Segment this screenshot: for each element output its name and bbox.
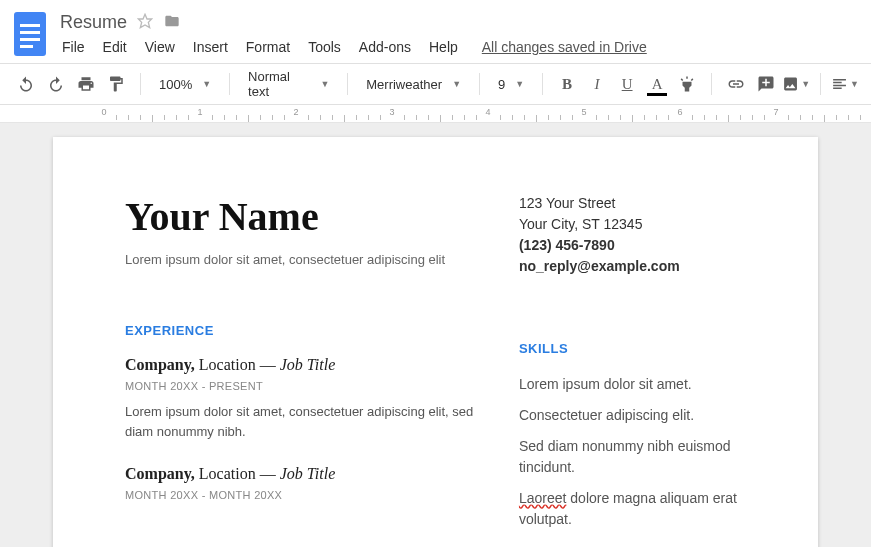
menu-format[interactable]: Format xyxy=(246,39,290,55)
experience-heading[interactable]: EXPERIENCE xyxy=(125,323,477,338)
align-button[interactable]: ▼ xyxy=(831,70,859,98)
svg-rect-1 xyxy=(20,24,40,27)
job-sep: — xyxy=(260,465,276,482)
ruler[interactable]: 01234567 xyxy=(0,105,871,123)
font-value: Merriweather xyxy=(366,77,442,92)
zoom-value: 100% xyxy=(159,77,192,92)
caret-down-icon: ▼ xyxy=(320,79,329,89)
title-area: Resume File Edit View Insert Format Tool… xyxy=(60,8,861,63)
left-column: Your Name Lorem ipsum dolor sit amet, co… xyxy=(125,193,477,540)
job-location: Location xyxy=(199,465,256,482)
document-title[interactable]: Resume xyxy=(60,12,127,33)
add-comment-button[interactable] xyxy=(752,70,780,98)
skill-item[interactable]: Laoreet dolore magna aliquam erat volutp… xyxy=(519,488,746,530)
separator xyxy=(711,73,712,95)
menu-file[interactable]: File xyxy=(62,39,85,55)
document-canvas: Your Name Lorem ipsum dolor sit amet, co… xyxy=(0,123,871,547)
job-role: Job Title xyxy=(280,356,336,373)
separator xyxy=(820,73,821,95)
separator xyxy=(347,73,348,95)
job-sep: — xyxy=(260,356,276,373)
caret-down-icon: ▼ xyxy=(515,79,524,89)
address-street[interactable]: 123 Your Street xyxy=(519,193,746,214)
caret-down-icon: ▼ xyxy=(801,79,810,89)
job-description: Lorem ipsum dolor sit amet, consectetuer… xyxy=(125,402,477,441)
skills-heading[interactable]: SKILLS xyxy=(519,341,746,356)
page[interactable]: Your Name Lorem ipsum dolor sit amet, co… xyxy=(53,137,818,547)
menu-tools[interactable]: Tools xyxy=(308,39,341,55)
svg-marker-5 xyxy=(138,14,151,27)
resume-name[interactable]: Your Name xyxy=(125,193,477,240)
caret-down-icon: ▼ xyxy=(202,79,211,89)
caret-down-icon: ▼ xyxy=(452,79,461,89)
redo-button[interactable] xyxy=(42,70,70,98)
job-role: Job Title xyxy=(280,465,336,482)
text-color-button[interactable]: A xyxy=(643,70,671,98)
job-dates: MONTH 20XX - MONTH 20XX xyxy=(125,489,477,501)
toolbar: 100%▼ Normal text▼ Merriweather▼ 9▼ B I … xyxy=(0,63,871,105)
skill-item[interactable]: Consectetuer adipiscing elit. xyxy=(519,405,746,426)
bold-button[interactable]: B xyxy=(553,70,581,98)
separator xyxy=(140,73,141,95)
menu-edit[interactable]: Edit xyxy=(103,39,127,55)
menu-bar: File Edit View Insert Format Tools Add-o… xyxy=(60,33,861,63)
address-email[interactable]: no_reply@example.com xyxy=(519,256,746,277)
menu-insert[interactable]: Insert xyxy=(193,39,228,55)
star-icon[interactable] xyxy=(137,13,153,32)
menu-help[interactable]: Help xyxy=(429,39,458,55)
insert-image-button[interactable]: ▼ xyxy=(782,70,810,98)
separator xyxy=(229,73,230,95)
header-bar: Resume File Edit View Insert Format Tool… xyxy=(0,0,871,63)
separator xyxy=(479,73,480,95)
job-entry[interactable]: Company, Location — Job Title MONTH 20XX… xyxy=(125,465,477,501)
address-city[interactable]: Your City, ST 12345 xyxy=(519,214,746,235)
undo-button[interactable] xyxy=(12,70,40,98)
skill-item[interactable]: Lorem ipsum dolor sit amet. xyxy=(519,374,746,395)
font-select[interactable]: Merriweather▼ xyxy=(358,70,469,98)
address-phone[interactable]: (123) 456-7890 xyxy=(519,235,746,256)
right-column: 123 Your Street Your City, ST 12345 (123… xyxy=(519,193,746,540)
menu-addons[interactable]: Add-ons xyxy=(359,39,411,55)
separator xyxy=(542,73,543,95)
job-dates: MONTH 20XX - PRESENT xyxy=(125,380,477,392)
spelling-error: Laoreet xyxy=(519,490,566,506)
paint-format-button[interactable] xyxy=(102,70,130,98)
svg-rect-2 xyxy=(20,31,40,34)
print-button[interactable] xyxy=(72,70,100,98)
fontsize-select[interactable]: 9▼ xyxy=(490,70,532,98)
folder-icon[interactable] xyxy=(163,13,181,32)
highlight-button[interactable] xyxy=(673,70,701,98)
svg-rect-3 xyxy=(20,38,40,41)
job-company: Company, xyxy=(125,356,195,373)
zoom-select[interactable]: 100%▼ xyxy=(151,70,219,98)
style-value: Normal text xyxy=(248,69,310,99)
insert-link-button[interactable] xyxy=(722,70,750,98)
resume-tagline[interactable]: Lorem ipsum dolor sit amet, consectetuer… xyxy=(125,252,477,267)
caret-down-icon: ▼ xyxy=(850,79,859,89)
svg-rect-4 xyxy=(20,45,33,48)
job-entry[interactable]: Company, Location — Job Title MONTH 20XX… xyxy=(125,356,477,441)
skill-item[interactable]: Sed diam nonummy nibh euismod tincidunt. xyxy=(519,436,746,478)
fontsize-value: 9 xyxy=(498,77,505,92)
save-status[interactable]: All changes saved in Drive xyxy=(482,39,647,55)
menu-view[interactable]: View xyxy=(145,39,175,55)
docs-logo-icon[interactable] xyxy=(10,8,50,60)
job-location: Location xyxy=(199,356,256,373)
italic-button[interactable]: I xyxy=(583,70,611,98)
style-select[interactable]: Normal text▼ xyxy=(240,70,337,98)
underline-button[interactable]: U xyxy=(613,70,641,98)
job-company: Company, xyxy=(125,465,195,482)
